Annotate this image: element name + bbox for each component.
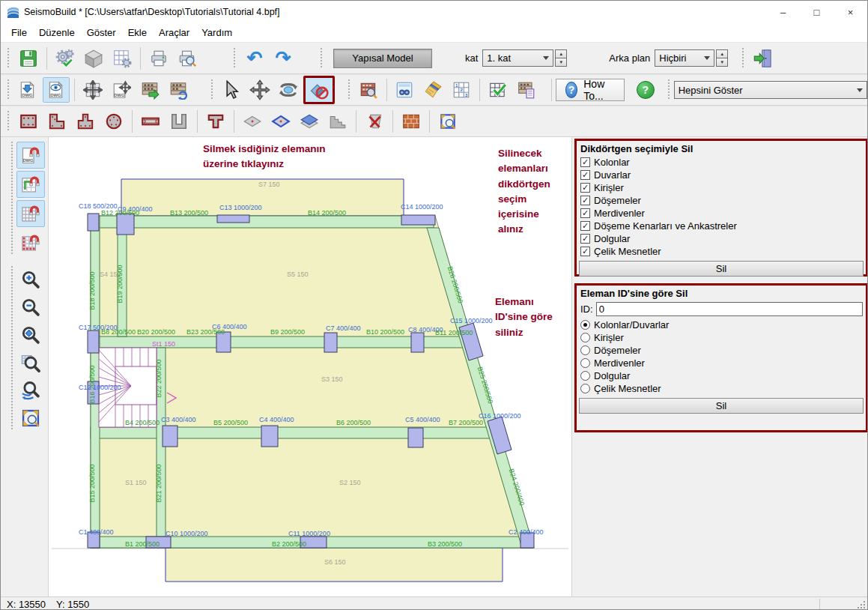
delete-element-button[interactable] — [303, 76, 335, 104]
menu-item-düzenle[interactable]: Düzenle — [33, 25, 81, 40]
model-3d-button[interactable] — [80, 46, 107, 71]
rotate-element-button[interactable] — [275, 77, 302, 103]
infill-wall-button[interactable] — [398, 109, 425, 134]
undo-button[interactable]: ↶ — [241, 46, 268, 71]
column-C7[interactable] — [324, 333, 337, 352]
dwg-view-button[interactable]: DWG — [43, 77, 70, 103]
column-C5[interactable] — [408, 428, 423, 447]
checkbox[interactable]: ✓ — [580, 234, 590, 244]
zoom-window-button[interactable] — [16, 349, 45, 376]
show-filter-combo[interactable]: Hepsini Göster — [674, 81, 867, 99]
checkbox-row[interactable]: ✓Döşeme Kenarları ve Ankastreler — [577, 220, 866, 232]
help-button[interactable]: ? — [632, 77, 659, 103]
zoom-out-button[interactable] — [16, 294, 45, 321]
checkbox[interactable]: ✓ — [580, 247, 590, 256]
toolbar-grip[interactable] — [347, 79, 350, 100]
column-C4[interactable] — [261, 426, 278, 447]
toolbar-grip[interactable] — [7, 111, 10, 132]
dwg-import-button[interactable]: DWG — [14, 77, 41, 103]
move-element-button[interactable] — [246, 77, 273, 103]
radio-button[interactable] — [580, 345, 590, 355]
building-copy-button[interactable] — [513, 77, 540, 103]
toolbar-grip[interactable] — [741, 48, 744, 69]
checkbox-row[interactable]: ✓Çelik Mesnetler — [577, 245, 866, 258]
snap-grid-button[interactable] — [16, 200, 45, 227]
tbeam-section-button[interactable] — [202, 109, 229, 134]
radio-row[interactable]: Döşemeler — [577, 344, 866, 357]
menu-item-göster[interactable]: Göster — [81, 25, 122, 40]
checkbox-row[interactable]: ✓Dolgular — [577, 232, 866, 245]
radio-button[interactable] — [580, 358, 590, 368]
plan-move-button[interactable] — [79, 77, 106, 103]
storey-combo[interactable]: 1. kat — [482, 49, 553, 67]
maximize-button[interactable]: □ — [800, 1, 834, 23]
checkbox-row[interactable]: ✓Kolonlar — [577, 156, 866, 169]
exit-button[interactable] — [750, 46, 777, 71]
checkbox[interactable]: ✓ — [580, 183, 590, 193]
spin-up-button[interactable]: ▲ — [716, 49, 728, 58]
radio-button[interactable] — [580, 384, 590, 393]
checkbox-row[interactable]: ✓Döşemeler — [577, 194, 866, 207]
snap-dwg-button[interactable]: DWG — [16, 142, 45, 169]
selection-frame-button[interactable] — [434, 109, 461, 134]
checkbox-row[interactable]: ✓Merdivenler — [577, 207, 866, 220]
toolbar-grip[interactable] — [320, 48, 323, 69]
id-input[interactable] — [596, 302, 863, 316]
checkbox[interactable]: ✓ — [580, 221, 590, 231]
spin-down-button[interactable]: ▼ — [716, 58, 728, 67]
checkbox[interactable]: ✓ — [580, 157, 590, 167]
radio-row[interactable]: Çelik Mesnetler — [577, 382, 866, 395]
toolbar-grip[interactable] — [7, 79, 9, 100]
tee-section-button[interactable] — [72, 109, 99, 134]
checkbox-row[interactable]: ✓Kirişler — [577, 181, 866, 194]
zoom-selection-button[interactable] — [16, 405, 45, 432]
close-button[interactable]: × — [834, 1, 867, 23]
circle-section-button[interactable] — [100, 109, 127, 134]
menu-item-yardım[interactable]: Yardım — [195, 25, 238, 40]
spin-down-button[interactable]: ▼ — [555, 58, 567, 67]
delete-slab-button[interactable] — [361, 109, 388, 134]
zoom-extents-button[interactable] — [16, 321, 45, 348]
select-cursor-button[interactable] — [218, 77, 245, 103]
checkbox-row[interactable]: ✓Duvarlar — [577, 169, 866, 181]
inclined-slab-button[interactable] — [296, 109, 323, 134]
rect-delete-sil-button[interactable]: Sil — [579, 261, 864, 277]
plan-canvas[interactable]: C18 500/200C9 400/400B12 200/500B13 200/… — [49, 137, 571, 597]
stairs-button[interactable] — [324, 109, 351, 134]
slab-button[interactable] — [239, 109, 266, 134]
radio-row[interactable]: Dolgular — [577, 369, 866, 382]
how-to-button[interactable]: ?How To... — [556, 79, 625, 101]
building-refresh-button[interactable] — [165, 77, 192, 103]
grid-settings-button[interactable] — [109, 46, 136, 71]
menu-item-ekle[interactable]: Ekle — [122, 25, 153, 40]
print-preview-button[interactable] — [174, 46, 201, 71]
minimize-button[interactable]: – — [766, 1, 800, 23]
beam-B4-B5-B6-B7[interactable] — [91, 427, 501, 438]
l-section-button[interactable] — [43, 109, 70, 134]
print-button[interactable] — [145, 46, 172, 71]
column-C13[interactable] — [217, 215, 249, 223]
snap-line-button[interactable] — [16, 171, 45, 198]
radio-button[interactable] — [580, 333, 590, 342]
spin-up-button[interactable]: ▲ — [555, 49, 567, 58]
column-C14[interactable] — [401, 215, 435, 225]
rect-section-button[interactable] — [15, 109, 42, 134]
dwg-move-button[interactable]: DWG — [108, 77, 135, 103]
column-C3[interactable] — [163, 426, 177, 447]
radio-row[interactable]: Kirişler — [577, 331, 866, 344]
toolbar-grip[interactable] — [667, 79, 670, 100]
sidebar-grip[interactable] — [11, 142, 14, 254]
grid-check-button[interactable] — [485, 77, 512, 103]
zoom-in-button[interactable] — [16, 266, 45, 293]
structural-model-button[interactable]: Yapısal Model — [333, 49, 432, 68]
radio-row[interactable]: Merdivenler — [577, 357, 866, 369]
wall-section-button[interactable] — [137, 109, 164, 134]
column-C9[interactable] — [117, 214, 134, 235]
column-C18[interactable] — [88, 214, 99, 231]
column-C8[interactable] — [411, 333, 424, 352]
redo-button[interactable]: ↷ — [270, 46, 297, 71]
id-delete-sil-button[interactable]: Sil — [579, 398, 864, 414]
toolbar-grip[interactable] — [233, 48, 236, 69]
zoom-previous-button[interactable] — [16, 377, 45, 404]
beam-B12-B13-B14[interactable] — [91, 216, 434, 228]
